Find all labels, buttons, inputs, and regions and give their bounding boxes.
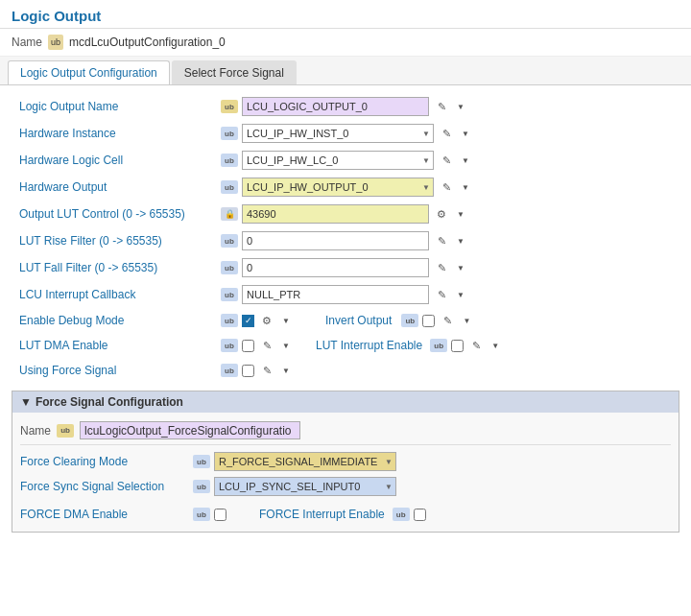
force-dma-checkbox[interactable] — [214, 509, 226, 521]
name-icon: ub — [48, 35, 63, 50]
edit-button-rise-filter[interactable]: ✎ — [433, 232, 450, 249]
lut-rise-filter-label: LUT Rise Filter (0 -> 65535) — [19, 234, 221, 248]
dropdown-button-interrupt-callback[interactable]: ▼ — [454, 286, 467, 303]
force-clearing-mode-select[interactable]: R_FORCE_SIGNAL_IMMEDIATE — [214, 452, 396, 471]
using-force-signal-control: ub ✎ ▼ — [221, 362, 672, 379]
name-label: Name — [12, 36, 42, 49]
dropdown-button-hw-instance[interactable]: ▼ — [459, 125, 472, 142]
edit-button-lut-interrupt[interactable]: ✎ — [467, 337, 485, 354]
logic-output-name-control: ub ✎ ▼ — [221, 97, 672, 116]
edit-button-hw-logic-cell[interactable]: ✎ — [438, 152, 455, 169]
field-row-enable-debug: Enable Debug Mode ub ✓ ⚙ ▼ Invert Output… — [12, 308, 679, 333]
edit-button-lut-dma[interactable]: ✎ — [258, 337, 275, 354]
logic-output-name-input[interactable] — [242, 97, 429, 116]
force-section-header: ▼ Force Signal Configuration — [12, 391, 679, 413]
dropdown-button-logic-output[interactable]: ▼ — [454, 98, 467, 115]
logic-output-name-label: Logic Output Name — [19, 100, 221, 113]
dropdown-button-lut-control[interactable]: ▼ — [454, 205, 467, 223]
lcu-interrupt-callback-input[interactable] — [242, 285, 429, 304]
field-row-lcu-interrupt-callback: LCU Interrupt Callback ub ✎ ▼ — [12, 281, 679, 308]
dropdown-button-debug[interactable]: ▼ — [279, 312, 293, 329]
edit-button-hw-instance[interactable]: ✎ — [438, 125, 455, 142]
hw-icon-lut-dma: ub — [221, 339, 238, 352]
output-lut-control-input[interactable] — [242, 204, 429, 224]
name-row: Name ub mcdLcuOutputConfiguration_0 — [0, 29, 691, 57]
hw-icon-debug: ub — [221, 314, 238, 327]
lut-interrupt-enable-label: LUT Interrupt Enable — [316, 339, 422, 352]
edit-button-interrupt-callback[interactable]: ✎ — [433, 286, 450, 303]
field-row-force-clearing-mode: Force Clearing Mode ub R_FORCE_SIGNAL_IM… — [20, 449, 671, 474]
lut-fall-filter-input[interactable] — [242, 258, 429, 277]
field-row-output-lut-control: Output LUT Control (0 -> 65535) 🔒 ⚙ ▼ — [12, 201, 679, 227]
hw-instance-select-wrapper: LCU_IP_HW_INST_0 — [242, 124, 434, 143]
lut-dma-checkbox[interactable] — [242, 340, 254, 352]
dropdown-button-invert[interactable]: ▼ — [460, 312, 473, 329]
field-row-force-dma: FORCE DMA Enable ub FORCE Interrupt Enab… — [20, 503, 671, 526]
lut-rise-filter-input[interactable] — [242, 231, 429, 250]
lut-fall-filter-label: LUT Fall Filter (0 -> 65535) — [19, 261, 221, 274]
hardware-logic-cell-control: ub LCU_IP_HW_LC_0 ✎ ▼ — [221, 151, 672, 170]
force-interrupt-enable-label: FORCE Interrupt Enable — [259, 508, 385, 521]
field-row-using-force-signal: Using Force Signal ub ✎ ▼ — [12, 358, 679, 383]
hardware-output-label: Hardware Output — [19, 180, 221, 194]
tab-select-force-signal[interactable]: Select Force Signal — [172, 60, 297, 84]
enable-debug-checkbox[interactable]: ✓ — [242, 315, 254, 327]
field-row-lut-dma: LUT DMA Enable ub ✎ ▼ LUT Interrupt Enab… — [12, 333, 679, 358]
force-sync-signal-select[interactable]: LCU_IP_SYNC_SEL_INPUT0 — [214, 477, 396, 496]
tab-logic-output-config[interactable]: Logic Output Configuration — [8, 60, 170, 84]
enable-debug-control: ub ✓ ⚙ ▼ Invert Output ub ✎ ▼ — [221, 312, 672, 329]
dropdown-button-rise-filter[interactable]: ▼ — [454, 232, 467, 249]
force-clearing-mode-label: Force Clearing Mode — [20, 455, 193, 468]
gear-button-lut-control[interactable]: ⚙ — [433, 205, 450, 223]
hardware-logic-cell-select[interactable]: LCU_IP_HW_LC_0 — [242, 151, 434, 170]
dropdown-button-lut-dma[interactable]: ▼ — [279, 337, 293, 354]
lut-dma-control: ub ✎ ▼ LUT Interrupt Enable ub ✎ ▼ — [221, 337, 672, 354]
hw-icon-force-sync: ub — [193, 480, 210, 493]
gear-button-debug[interactable]: ⚙ — [258, 312, 275, 329]
name-value: mcdLcuOutputConfiguration_0 — [69, 36, 226, 49]
hardware-output-control: ub LCU_IP_HW_OUTPUT_0 ✎ ▼ — [221, 178, 672, 197]
field-row-lut-rise-filter: LUT Rise Filter (0 -> 65535) ub ✎ ▼ — [12, 227, 679, 254]
force-name-icon: ub — [57, 424, 74, 438]
field-row-hardware-output: Hardware Output ub LCU_IP_HW_OUTPUT_0 ✎ … — [12, 174, 679, 201]
lut-rise-filter-control: ub ✎ ▼ — [221, 231, 672, 250]
lock-icon-lut-control: 🔒 — [221, 207, 238, 221]
dropdown-button-fall-filter[interactable]: ▼ — [454, 259, 467, 276]
output-lut-control-field: 🔒 ⚙ ▼ — [221, 204, 672, 224]
field-row-hardware-instance: Hardware Instance ub LCU_IP_HW_INST_0 ✎ … — [12, 120, 679, 147]
tabs-row: Logic Output Configuration Select Force … — [0, 57, 691, 85]
lcu-interrupt-callback-label: LCU Interrupt Callback — [19, 288, 221, 301]
hw-icon-hw-logic-cell: ub — [221, 154, 238, 167]
hardware-instance-label: Hardware Instance — [19, 127, 221, 140]
hw-icon-using-force: ub — [221, 364, 238, 377]
force-section-title: Force Signal Configuration — [36, 395, 183, 409]
edit-button-hw-output[interactable]: ✎ — [438, 178, 455, 196]
hardware-logic-cell-label: Hardware Logic Cell — [19, 154, 221, 167]
collapse-icon[interactable]: ▼ — [20, 395, 32, 409]
hw-icon-hw-instance: ub — [221, 127, 238, 140]
hardware-instance-select[interactable]: LCU_IP_HW_INST_0 — [242, 124, 434, 143]
dropdown-button-using-force[interactable]: ▼ — [279, 362, 293, 379]
using-force-signal-label: Using Force Signal — [19, 364, 221, 377]
edit-button-invert[interactable]: ✎ — [439, 312, 456, 329]
invert-output-checkbox[interactable] — [422, 315, 435, 327]
edit-button-logic-output[interactable]: ✎ — [433, 98, 450, 115]
lcu-interrupt-callback-control: ub ✎ ▼ — [221, 285, 672, 304]
using-force-signal-checkbox[interactable] — [242, 365, 254, 377]
hw-icon-fall-filter: ub — [221, 261, 238, 274]
dropdown-button-hw-logic-cell[interactable]: ▼ — [459, 152, 472, 169]
invert-output-label: Invert Output — [325, 314, 392, 327]
hardware-output-select[interactable]: LCU_IP_HW_OUTPUT_0 — [242, 178, 434, 197]
force-name-input[interactable] — [80, 421, 300, 439]
hw-logic-cell-select-wrapper: LCU_IP_HW_LC_0 — [242, 151, 434, 170]
dropdown-button-lut-interrupt[interactable]: ▼ — [488, 337, 502, 354]
dropdown-button-hw-output[interactable]: ▼ — [459, 178, 472, 196]
force-sync-select-wrapper: LCU_IP_SYNC_SEL_INPUT0 — [214, 477, 396, 496]
edit-button-using-force[interactable]: ✎ — [258, 362, 275, 379]
force-dma-label: FORCE DMA Enable — [20, 508, 193, 521]
lut-interrupt-checkbox[interactable] — [451, 340, 464, 352]
force-interrupt-checkbox[interactable] — [414, 509, 426, 521]
edit-button-fall-filter[interactable]: ✎ — [433, 259, 450, 276]
hw-icon-rise-filter: ub — [221, 234, 238, 248]
page-title: Logic Output — [12, 8, 679, 24]
